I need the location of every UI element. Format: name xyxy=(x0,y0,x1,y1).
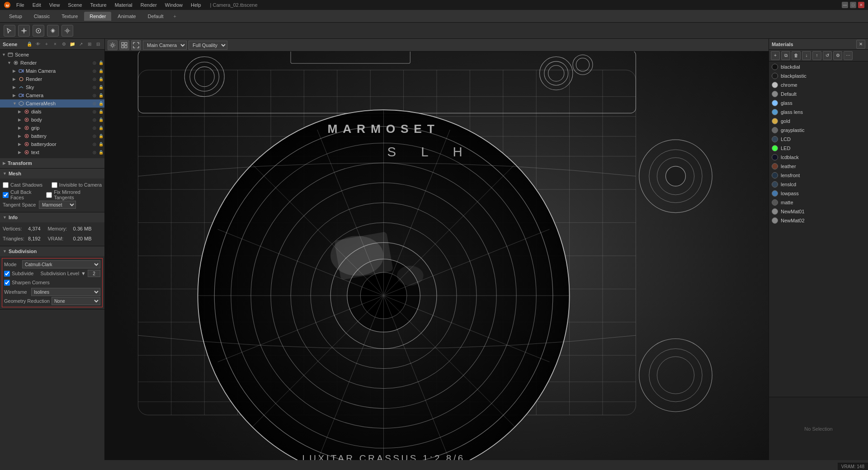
scene-export-icon[interactable]: ↗ xyxy=(77,41,85,48)
scene-add-icon[interactable]: + xyxy=(43,41,50,48)
fix-mirrored-tangents-input[interactable] xyxy=(46,192,52,198)
mat-more-button[interactable]: ⋯ xyxy=(844,51,853,60)
menu-view[interactable]: View xyxy=(47,2,63,8)
subdivision-section-header[interactable]: ▼ Subdivision xyxy=(0,246,104,256)
sharpen-corners-checkbox[interactable]: Sharpen Corners xyxy=(4,280,50,286)
menu-edit[interactable]: Edit xyxy=(30,2,44,8)
mat-delete-button[interactable]: 🗑 xyxy=(792,51,801,60)
mat-settings-button[interactable]: ⚙ xyxy=(833,51,842,60)
tree-item-scene[interactable]: ▼ Scene xyxy=(0,51,104,59)
level-spinner-down[interactable]: ▼ xyxy=(81,271,86,276)
minimize-button[interactable]: — xyxy=(842,2,848,8)
tree-item-camera[interactable]: ▶ Camera ◎🔒 xyxy=(0,91,104,99)
material-item-gold[interactable]: gold xyxy=(769,117,868,126)
cull-back-faces-checkbox[interactable]: Cull Back Faces xyxy=(3,189,46,200)
mat-close-icon[interactable]: ✕ xyxy=(856,40,865,49)
tab-default[interactable]: Default xyxy=(142,12,169,21)
cull-back-faces-input[interactable] xyxy=(3,192,9,198)
viewport-content[interactable]: MARMOSET S L H LUXITAR CRASSUS 1:2,8/6 xyxy=(105,52,769,460)
tree-item-dials[interactable]: ▶ dials ◎🔒 xyxy=(0,108,104,116)
tree-item-render2[interactable]: ▶ Render ◎🔒 xyxy=(0,75,104,83)
menu-scene[interactable]: Scene xyxy=(65,2,85,8)
close-button[interactable]: ✕ xyxy=(858,2,864,8)
tree-expand-scene[interactable]: ▼ xyxy=(2,52,7,57)
scene-settings-icon[interactable]: ⚙ xyxy=(60,41,67,48)
viewport-settings-icon[interactable] xyxy=(108,40,118,50)
invisible-to-camera-checkbox[interactable]: Invisible to Camera xyxy=(52,182,102,188)
viewport[interactable]: Main Camera Camera01 Full Quality Draft … xyxy=(105,39,769,460)
cast-shadows-checkbox[interactable]: Cast Shadows xyxy=(3,182,42,188)
tangent-space-select[interactable]: Marmoset MikkTSpace 3ds Max xyxy=(39,201,76,209)
material-item-NewMat02[interactable]: NewMat02 xyxy=(769,216,868,225)
material-item-LCD[interactable]: LCD xyxy=(769,135,868,144)
mode-select[interactable]: Catmull-Clark Loop Bilinear xyxy=(22,260,100,268)
material-item-Default[interactable]: Default xyxy=(769,89,868,99)
tree-item-camera-mesh[interactable]: ▼ CameraMesh ◎🔒 xyxy=(0,99,104,108)
scene-eye-icon[interactable]: 👁 xyxy=(34,41,42,48)
scale-tool-button[interactable] xyxy=(47,25,59,37)
material-item-leather[interactable]: leather xyxy=(769,162,868,171)
select-tool-button[interactable] xyxy=(4,25,15,37)
material-item-lensfront[interactable]: lensfront xyxy=(769,171,868,180)
scene-delete-icon[interactable]: × xyxy=(52,41,59,48)
tab-add-button[interactable]: + xyxy=(170,12,180,21)
material-item-grayplastic[interactable]: grayplastic xyxy=(769,126,868,135)
tree-item-batterydoor[interactable]: ▶ batterydoor ◎🔒 xyxy=(0,140,104,148)
quality-select[interactable]: Full Quality Draft Fast xyxy=(189,41,227,50)
menu-file[interactable]: File xyxy=(14,2,27,8)
tab-classic[interactable]: Classic xyxy=(28,12,55,21)
material-item-glass[interactable]: glass xyxy=(769,99,868,108)
subdivision-level-input[interactable] xyxy=(88,270,100,277)
scene-import-icon[interactable]: 📁 xyxy=(69,41,76,48)
viewport-layout-icon[interactable] xyxy=(119,40,129,50)
menu-render[interactable]: Render xyxy=(138,2,160,8)
geometry-reduction-select[interactable]: None Low Medium High xyxy=(52,297,100,305)
material-item-lcdblack[interactable]: lcdblack xyxy=(769,153,868,162)
material-item-NewMat01[interactable]: NewMat01 xyxy=(769,207,868,216)
material-item-matte[interactable]: matte xyxy=(769,198,868,207)
tree-item-body[interactable]: ▶ body ◎🔒 xyxy=(0,116,104,124)
subdivide-checkbox[interactable] xyxy=(4,271,10,277)
mesh-section-header[interactable]: ▼ Mesh xyxy=(0,169,104,179)
wireframe-select[interactable]: Isolines None All Edges xyxy=(31,288,100,296)
menu-texture[interactable]: Texture xyxy=(88,2,109,8)
tree-item-render[interactable]: ▼ Render ◎🔒 xyxy=(0,59,104,67)
viewport-fullscreen-icon[interactable] xyxy=(131,40,141,50)
rotate-tool-button[interactable] xyxy=(33,25,44,37)
tree-item-sky[interactable]: ▶ Sky ◎🔒 xyxy=(0,83,104,91)
tree-expand-render[interactable]: ▼ xyxy=(7,61,13,65)
tree-expand-main-camera[interactable]: ▶ xyxy=(13,69,18,73)
mat-export-button[interactable]: ↑ xyxy=(812,51,821,60)
tree-item-battery[interactable]: ▶ battery ◎🔒 xyxy=(0,132,104,140)
scene-lock-icon[interactable]: 🔒 xyxy=(26,41,33,48)
mat-import-button[interactable]: ↓ xyxy=(802,51,811,60)
tree-item-grip[interactable]: ▶ grip ◎🔒 xyxy=(0,124,104,132)
tree-item-text[interactable]: ▶ text ◎🔒 xyxy=(0,148,104,156)
tree-item-main-camera[interactable]: ▶ Main Camera ◎🔒 xyxy=(0,67,104,75)
material-item-blackplastic[interactable]: blackplastic xyxy=(769,71,868,80)
maximize-button[interactable]: □ xyxy=(850,2,856,8)
tab-animate[interactable]: Animate xyxy=(112,12,141,21)
menu-window[interactable]: Window xyxy=(162,2,185,8)
material-item-chrome[interactable]: chrome xyxy=(769,80,868,89)
scene-expand-icon[interactable]: ⊞ xyxy=(86,41,93,48)
invisible-to-camera-input[interactable] xyxy=(52,182,57,188)
mat-duplicate-button[interactable]: ⧉ xyxy=(781,51,790,60)
mat-add-button[interactable]: + xyxy=(771,51,780,60)
menu-material[interactable]: Material xyxy=(112,2,135,8)
sharpen-corners-input[interactable] xyxy=(4,280,10,286)
material-item-blackdial[interactable]: blackdial xyxy=(769,62,868,71)
cast-shadows-input[interactable] xyxy=(3,182,9,188)
transform-tool-button[interactable] xyxy=(18,25,30,37)
tab-render[interactable]: Render xyxy=(84,12,111,21)
camera-select[interactable]: Main Camera Camera01 xyxy=(143,41,187,50)
mat-reload-button[interactable]: ↺ xyxy=(823,51,832,60)
material-item-glass lens[interactable]: glass lens xyxy=(769,108,868,117)
tab-setup[interactable]: Setup xyxy=(4,12,28,21)
fix-mirrored-tangents-checkbox[interactable]: Fix Mirrored Tangents xyxy=(46,189,102,200)
light-tool-button[interactable] xyxy=(61,25,73,37)
material-item-lenslcd[interactable]: lenslcd xyxy=(769,180,868,189)
info-section-header[interactable]: ▼ Info xyxy=(0,212,104,222)
transform-section-header[interactable]: ▶ Transform xyxy=(0,158,104,168)
tab-texture[interactable]: Texture xyxy=(56,12,83,21)
